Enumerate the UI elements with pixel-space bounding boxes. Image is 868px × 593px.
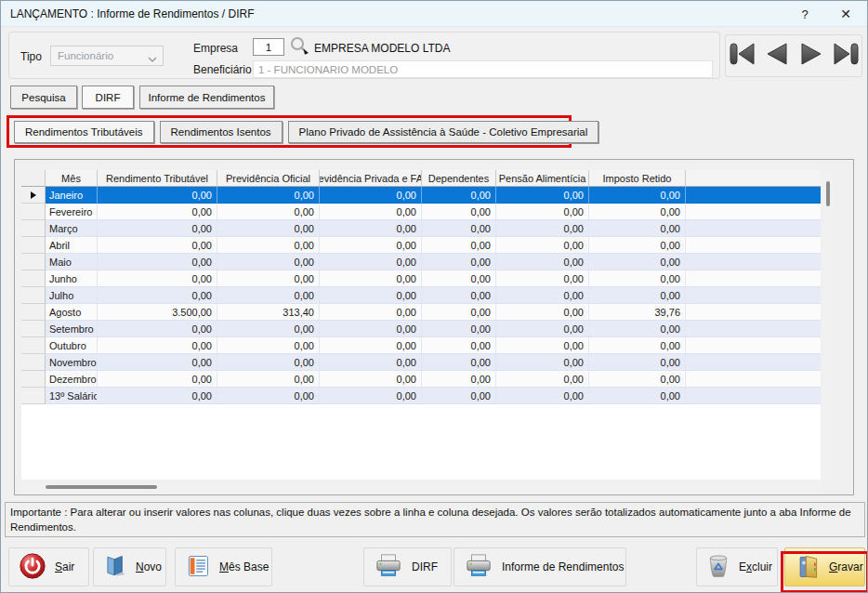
cell-value[interactable]: 39,76 [589,304,686,321]
cell-value[interactable]: 0,00 [98,371,217,388]
cell-value[interactable]: 0,00 [320,254,422,270]
cell-value[interactable]: 0,00 [422,270,496,287]
cell-value[interactable]: 0,00 [217,254,320,270]
cell-value[interactable]: 0,00 [422,287,496,304]
mes-base-button[interactable]: Mês Base [175,547,272,586]
cell-value[interactable]: 313,40 [217,304,320,321]
cell-value[interactable]: 0,00 [422,220,496,237]
beneficiario-input[interactable] [253,60,713,78]
cell-value[interactable]: 0,00 [589,204,686,220]
col-header-pensao-alimenticia[interactable]: Pensão Alimentícia [496,170,589,187]
cell-value[interactable]: 0,00 [98,354,217,371]
cell-value[interactable]: 0,00 [320,354,422,371]
cell-value[interactable]: 0,00 [422,321,496,337]
cell-value[interactable]: 0,00 [217,220,320,237]
col-header-rendimento-tributavel[interactable]: Rendimento Tributável [98,170,217,187]
cell-month[interactable]: Fevereiro [46,204,98,220]
grid-row[interactable]: Julho0,000,000,000,000,000,00 [21,287,821,304]
grid-row[interactable]: Setembro0,000,000,000,000,000,00 [21,321,821,337]
informe-rendimentos-print-button[interactable]: Informe de Rendimentos [454,547,626,586]
cell-value[interactable]: 0,00 [98,204,217,220]
cell-value[interactable]: 0,00 [589,220,686,237]
grid-row[interactable]: Novembro0,000,000,000,000,000,00 [21,354,821,371]
cell-month[interactable]: Março [46,220,98,237]
cell-value[interactable]: 0,00 [422,304,496,321]
nav-next-button[interactable] [796,38,827,73]
cell-value[interactable]: 0,00 [217,337,320,354]
cell-value[interactable]: 0,00 [422,354,496,371]
cell-value[interactable]: 0,00 [589,354,686,371]
cell-value[interactable]: 0,00 [422,371,496,388]
cell-value[interactable]: 0,00 [98,254,217,270]
cell-month[interactable]: Agosto [46,304,98,321]
row-selector[interactable] [21,321,46,337]
cell-value[interactable]: 0,00 [98,237,217,254]
cell-month[interactable]: Setembro [46,321,98,337]
cell-value[interactable]: 0,00 [217,287,320,304]
grid-row[interactable]: Outubro0,000,000,000,000,000,00 [21,337,821,354]
row-selector-current[interactable] [21,187,46,204]
vertical-scrollbar-thumb[interactable] [826,181,830,206]
grid-row[interactable]: Fevereiro0,000,000,000,000,000,00 [21,204,821,220]
nav-previous-button[interactable] [761,38,793,73]
col-header-mes[interactable]: Mês [46,170,98,187]
cell-value[interactable]: 0,00 [589,371,686,388]
empresa-code-input[interactable] [253,38,284,56]
cell-value[interactable]: 0,00 [496,371,589,388]
cell-value[interactable]: 0,00 [98,187,217,204]
row-selector[interactable] [21,220,46,237]
cell-value[interactable]: 0,00 [496,321,589,337]
cell-value[interactable]: 0,00 [422,388,496,404]
cell-value[interactable]: 0,00 [589,321,686,337]
cell-value[interactable]: 0,00 [320,204,422,220]
cell-value[interactable]: 0,00 [320,187,422,204]
grid-row[interactable]: Dezembro0,000,000,000,000,000,00 [21,371,821,388]
cell-month[interactable]: Maio [46,254,98,270]
cell-value[interactable]: 0,00 [320,237,422,254]
horizontal-scrollbar[interactable] [21,481,821,493]
cell-value[interactable]: 0,00 [496,204,589,220]
cell-value[interactable]: 0,00 [422,254,496,270]
cell-month[interactable]: Outubro [46,337,98,354]
grid-row[interactable]: 13º Salário0,000,000,000,000,000,00 [21,388,821,404]
cell-value[interactable]: 0,00 [217,354,320,371]
grid-row[interactable]: Agosto3.500,00313,400,000,000,0039,76 [21,304,821,321]
cell-value[interactable]: 0,00 [98,270,217,287]
row-selector[interactable] [21,204,46,220]
tab-pesquisa[interactable]: Pesquisa [10,86,77,109]
row-selector[interactable] [21,388,46,404]
col-header-previdencia-privada-fapi[interactable]: Previdência Privada e FAPI [320,170,422,187]
cell-value[interactable]: 0,00 [496,270,589,287]
vertical-scrollbar[interactable] [822,170,834,480]
cell-value[interactable]: 0,00 [320,304,422,321]
cell-month[interactable]: Dezembro [46,371,98,388]
tab-dirf[interactable]: DIRF [82,86,134,109]
grid-row[interactable]: Abril0,000,000,000,000,000,00 [21,237,821,254]
row-selector[interactable] [21,237,46,254]
cell-value[interactable]: 0,00 [589,270,686,287]
cell-value[interactable]: 0,00 [320,371,422,388]
cell-value[interactable]: 0,00 [496,354,589,371]
cell-value[interactable]: 0,00 [422,204,496,220]
excluir-button[interactable]: Excluir [696,547,778,586]
cell-month[interactable]: Abril [46,237,98,254]
cell-value[interactable]: 0,00 [589,287,686,304]
cell-value[interactable]: 0,00 [496,337,589,354]
cell-month[interactable]: Novembro [46,354,98,371]
cell-value[interactable]: 0,00 [589,254,686,270]
close-button[interactable]: ✕ [834,5,858,23]
grid-row[interactable]: Junho0,000,000,000,000,000,00 [21,270,821,287]
gravar-button[interactable]: Gravar [784,547,865,586]
novo-button[interactable]: Novo [93,547,166,586]
cell-value[interactable]: 0,00 [217,270,320,287]
cell-month[interactable]: Junho [46,270,98,287]
cell-month[interactable]: Julho [46,287,98,304]
cell-value[interactable]: 0,00 [98,220,217,237]
nav-first-button[interactable] [727,38,758,73]
cell-value[interactable]: 0,00 [217,371,320,388]
cell-value[interactable]: 0,00 [217,237,320,254]
cell-month[interactable]: Janeiro [46,187,98,204]
row-selector[interactable] [21,287,46,304]
row-selector[interactable] [21,304,46,321]
cell-value[interactable]: 0,00 [422,337,496,354]
